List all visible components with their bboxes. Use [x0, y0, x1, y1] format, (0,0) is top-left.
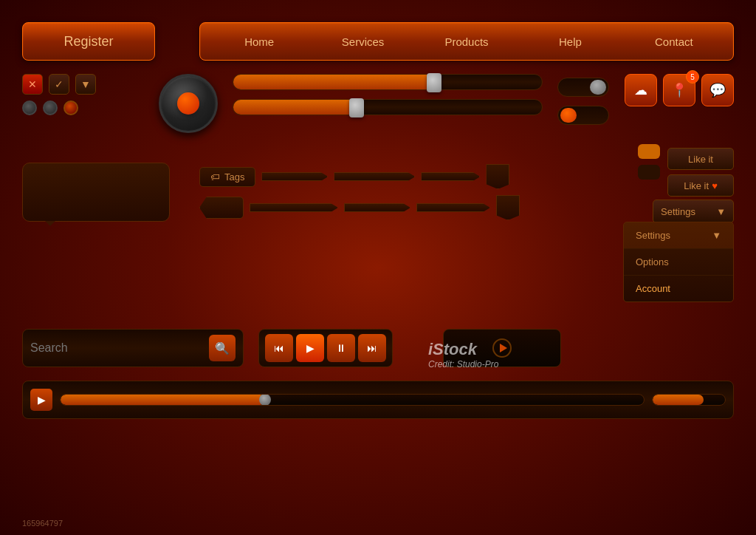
location-icon: 📍: [671, 82, 687, 98]
dropdown-options-label: Options: [636, 256, 669, 268]
play-icon: ▶: [306, 342, 315, 354]
next-icon: ⏭: [367, 342, 377, 354]
register-button[interactable]: Register: [22, 22, 155, 61]
tag-shape-1[interactable]: [261, 172, 328, 181]
dropdown-settings-icon: ▼: [712, 230, 721, 241]
slider-2[interactable]: [233, 99, 543, 115]
next-button[interactable]: ⏭: [358, 334, 386, 362]
checkbox-row: ✕ ✓ ▼: [22, 74, 96, 95]
nav-contact[interactable]: Contact: [622, 30, 726, 54]
speech-bubble-dark: [638, 165, 660, 180]
location-icon-button[interactable]: 📍 5: [663, 74, 695, 106]
like-area: Like it Like it ♥: [667, 148, 734, 197]
slider-1[interactable]: [233, 74, 543, 90]
tag-shape-4[interactable]: [250, 203, 338, 212]
like-button-1[interactable]: Like it: [667, 148, 734, 170]
speech-bubbles-area: [638, 144, 660, 180]
dropdown-settings[interactable]: Settings ▼: [624, 222, 733, 249]
message-icon: 💬: [709, 82, 726, 98]
notification-badge: 5: [686, 70, 699, 84]
tag-shape-5[interactable]: [344, 203, 410, 212]
nav-products[interactable]: Products: [415, 30, 518, 54]
progress-play-button[interactable]: ▶: [30, 389, 52, 411]
heart-icon: ♥: [712, 180, 718, 191]
stock-id: 165964797: [22, 519, 63, 528]
search-button[interactable]: 🔍: [209, 335, 236, 361]
message-icon-button[interactable]: 💬: [701, 74, 734, 106]
toggle-2[interactable]: [557, 106, 609, 125]
tag-shape-6[interactable]: [416, 203, 490, 212]
chevron-down-icon: ▼: [716, 206, 726, 217]
tag-bookmark-1[interactable]: [486, 164, 509, 189]
progress-fill: [61, 395, 265, 405]
slider-2-thumb[interactable]: [349, 98, 364, 117]
search-input[interactable]: [30, 341, 209, 355]
sliders-area: [233, 74, 543, 124]
slider-1-fill: [233, 75, 434, 89]
volume-track[interactable]: [652, 394, 726, 406]
cloud-icon-button[interactable]: ☁: [625, 74, 657, 106]
pause-icon: ⏸: [336, 342, 346, 354]
knob-container: [155, 70, 221, 137]
video-icon: [491, 337, 513, 359]
play-button[interactable]: ▶: [296, 334, 324, 362]
toggle-area: [557, 78, 609, 125]
nav-help[interactable]: Help: [518, 30, 622, 54]
speech-bubble-orange: [638, 144, 660, 159]
search-icon: 🔍: [215, 341, 230, 355]
settings-label: Settings: [661, 206, 695, 217]
nav-home[interactable]: Home: [207, 30, 311, 54]
radio-1[interactable]: [22, 100, 37, 115]
progress-thumb[interactable]: [259, 394, 271, 406]
tag-shape-3[interactable]: [421, 172, 480, 181]
like-button-2[interactable]: Like it ♥: [667, 174, 734, 197]
slider-1-thumb[interactable]: [427, 73, 441, 92]
close-button[interactable]: ✕: [22, 74, 43, 95]
tag-shape-2[interactable]: [334, 172, 415, 181]
progress-area: ▶: [22, 381, 734, 419]
svg-marker-1: [500, 344, 507, 352]
tags-row-2: [199, 195, 554, 220]
like-label-2: Like it: [684, 180, 709, 191]
tags-row-1: 🏷 Tags: [199, 164, 554, 189]
register-label: Register: [63, 34, 113, 50]
toggle-1-thumb: [590, 80, 606, 95]
progress-play-icon: ▶: [38, 394, 46, 406]
toggle-2-thumb: [560, 108, 577, 123]
nav-services[interactable]: Services: [311, 30, 414, 54]
volume-fill: [653, 395, 704, 405]
radio-2[interactable]: [43, 100, 58, 115]
dropdown-settings-label: Settings: [636, 230, 670, 241]
big-speech-bubble: [22, 163, 170, 222]
tags-label[interactable]: 🏷 Tags: [199, 167, 255, 187]
dropdown-account-label: Account: [636, 283, 670, 294]
radio-row: [22, 100, 96, 115]
video-display: [443, 329, 561, 367]
media-controls: ⏮ ▶ ⏸ ⏭: [258, 329, 393, 367]
tag-bookmark-2[interactable]: [496, 195, 520, 220]
prev-button[interactable]: ⏮: [265, 334, 293, 362]
settings-button[interactable]: Settings ▼: [653, 200, 734, 223]
dropdown-button[interactable]: ▼: [75, 74, 96, 95]
progress-track[interactable]: [60, 394, 645, 406]
cloud-icon: ☁: [634, 82, 647, 98]
tag-icon: 🏷: [210, 171, 220, 183]
dial-knob[interactable]: [159, 74, 218, 133]
like-label-1: Like it: [688, 154, 713, 165]
check-button[interactable]: ✓: [49, 74, 69, 95]
slider-2-fill: [233, 100, 357, 115]
search-bar: 🔍: [22, 329, 244, 367]
prev-icon: ⏮: [274, 342, 284, 354]
icon-buttons-area: ☁ 📍 5 💬: [625, 74, 734, 106]
small-controls-area: ✕ ✓ ▼: [22, 74, 96, 115]
pause-button[interactable]: ⏸: [327, 334, 355, 362]
radio-3[interactable]: [63, 100, 78, 115]
dropdown-account[interactable]: Account: [624, 276, 733, 301]
knob-indicator: [177, 92, 199, 115]
navigation-bar: Home Services Products Help Contact: [199, 22, 734, 61]
tags-area: 🏷 Tags: [199, 164, 554, 220]
tag-label-small[interactable]: [199, 197, 244, 219]
toggle-1[interactable]: [557, 78, 609, 97]
dropdown-options[interactable]: Options: [624, 249, 733, 276]
settings-dropdown: Settings ▼ Options Account: [623, 222, 734, 302]
